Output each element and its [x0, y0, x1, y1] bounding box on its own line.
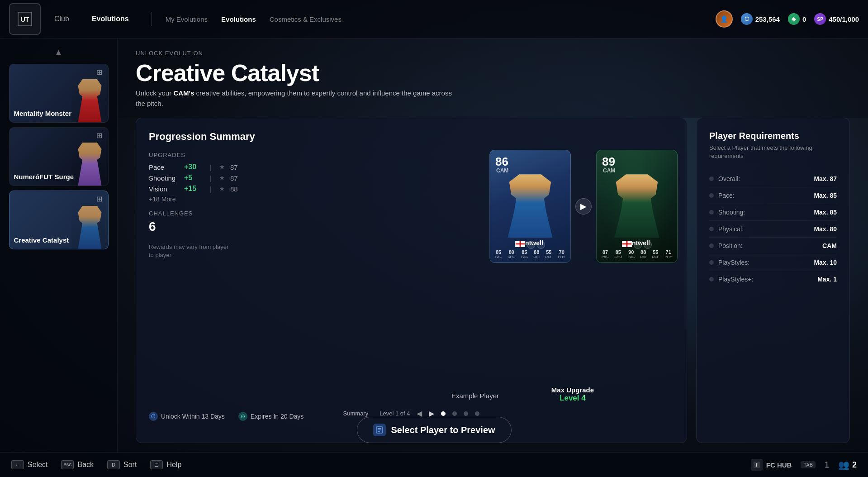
sidebar-card-label-1: Mentality Monster	[14, 110, 72, 118]
sidebar-card-icon-1: ⊞	[96, 68, 104, 76]
max-upgrade-level: Level 4	[551, 394, 594, 403]
select-player-button[interactable]: Select Player to Preview	[356, 417, 511, 443]
upgraded-stat-pas: 90PAS	[628, 249, 635, 259]
base-stats-row: 85PAC 80SHO 85PAS 88DRI 55DEF 70PHY	[492, 249, 568, 259]
base-badge-1	[527, 241, 535, 249]
sidebar-card-player-3	[72, 199, 108, 249]
back-icon: ESC	[61, 460, 74, 469]
progression-title: Progression Summary	[149, 131, 674, 143]
base-card-flags	[515, 241, 545, 249]
req-dot-shooting	[709, 210, 714, 215]
summary-button[interactable]: Summary	[343, 410, 369, 417]
tab-icon: TAB	[801, 461, 816, 468]
base-player-card: 86 CAM Cantwell 85PAC	[489, 150, 571, 263]
svg-text:UT: UT	[21, 16, 29, 23]
svg-rect-9	[377, 428, 381, 429]
currency-shield: ◈ 0	[788, 13, 806, 25]
sub-navigation: My Evolutions Evolutions Cosmetics & Exc…	[166, 15, 342, 23]
example-player-label-container: Example Player	[451, 392, 499, 400]
upgraded-player-card: 89 CAM Cantwell 87PAC	[596, 150, 678, 263]
sidebar-item-numerofut-surge[interactable]: ⊞ NumeróFUT Surge	[9, 127, 109, 186]
sidebar-card-player-1	[72, 72, 108, 122]
next-arrow-button[interactable]: ▶	[575, 198, 592, 215]
content-description: Unlock your CAM's creative abilities, em…	[136, 88, 452, 109]
req-row-position: Position: CAM	[709, 238, 837, 254]
sidebar-card-label-3: Creative Catalyst	[14, 236, 69, 244]
req-title: Player Requirements	[709, 131, 837, 141]
sidebar-card-label-2: NumeróFUT Surge	[14, 173, 74, 181]
nav-right: 👤 ⬡ 253,564 ◈ 0 SP 450/1,000	[716, 10, 859, 28]
upgraded-stat-sho: 85SHO	[614, 249, 622, 259]
base-rating: 86	[495, 156, 508, 167]
upgraded-stat-dri: 88DRI	[640, 249, 646, 259]
requirements-panel: Player Requirements Select a Player that…	[696, 118, 850, 443]
base-stat-sho: 80SHO	[508, 249, 515, 259]
example-player-label: Example Player	[451, 392, 499, 400]
sidebar-card-icon-3: ⊞	[96, 195, 104, 203]
base-stat-def: 55DEF	[545, 249, 552, 259]
select-player-text: Select Player to Preview	[391, 425, 495, 435]
sidebar-item-creative-catalyst[interactable]: ⊞ Creative Catalyst	[9, 191, 109, 249]
sidebar-item-mentality-monster[interactable]: ⊞ Mentality Monster	[9, 64, 109, 123]
upgraded-flag-england	[622, 241, 632, 247]
base-stat-phy: 70PHY	[558, 249, 565, 259]
cam-highlight: CAM's	[173, 89, 194, 97]
svg-rect-11	[377, 431, 379, 432]
level-dot-2	[452, 411, 457, 416]
max-upgrade-title: Max Upgrade	[551, 386, 594, 394]
ut-logo: UT	[9, 3, 41, 35]
panels-row: Progression Summary Upgrades Pace +30 | …	[118, 118, 868, 452]
upgraded-rating: 89	[602, 156, 615, 167]
action-back[interactable]: ESC Back	[61, 460, 94, 469]
nav-club[interactable]: Club	[50, 12, 74, 26]
req-dot-pace	[709, 193, 714, 198]
req-row-shooting: Shooting: Max. 85	[709, 204, 837, 221]
left-sidebar: ▲ ⊞ Mentality Monster ⊞ NumeróFUT Surge …	[0, 38, 118, 452]
action-select[interactable]: ← Select	[11, 460, 47, 469]
bottom-actions: ← Select ESC Back D Sort ☰ Help	[11, 460, 181, 469]
base-stat-pas: 85PAS	[521, 249, 528, 259]
select-player-icon	[373, 424, 385, 436]
req-dot-playstyles-plus	[709, 277, 714, 281]
coins-icon: ⬡	[741, 13, 753, 25]
req-row-physical: Physical: Max. 80	[709, 221, 837, 238]
shield-icon: ◈	[788, 13, 800, 25]
req-dot-playstyles	[709, 260, 714, 265]
upgraded-badge-2	[644, 241, 652, 249]
level-dot-4	[475, 411, 479, 416]
avatar: 👤	[716, 10, 733, 28]
nav-evolutions[interactable]: Evolutions	[87, 12, 133, 26]
req-dot-physical	[709, 227, 714, 231]
help-icon: ☰	[150, 460, 163, 469]
page-number: 1	[825, 460, 829, 470]
subnav-evolutions[interactable]: Evolutions	[221, 15, 256, 23]
action-sort[interactable]: D Sort	[107, 460, 137, 469]
primary-nav: Club Evolutions	[50, 12, 133, 26]
action-help[interactable]: ☰ Help	[150, 460, 181, 469]
req-dot-overall	[709, 176, 714, 181]
sidebar-card-icon-2: ⊞	[96, 131, 104, 139]
progression-panel: Progression Summary Upgrades Pace +30 | …	[136, 118, 687, 443]
req-row-playstyles: PlayStyles: Max. 10	[709, 254, 837, 271]
subnav-my-evolutions[interactable]: My Evolutions	[166, 15, 208, 23]
facebook-icon: f	[751, 459, 763, 471]
base-player-image	[501, 170, 560, 238]
level-text: Level 1 of 4	[379, 410, 410, 417]
upgraded-stat-pac: 87PAC	[602, 249, 609, 259]
base-badge-2	[537, 241, 545, 249]
level-dot-1	[441, 411, 446, 416]
players-icon: 👥	[838, 459, 849, 470]
currency-sp: SP 450/1,000	[814, 13, 859, 25]
bottom-bar: ← Select ESC Back D Sort ☰ Help f FC HUB…	[0, 452, 868, 477]
nav-divider	[152, 12, 152, 26]
max-upgrade-label-container: Max Upgrade Level 4	[551, 386, 594, 403]
select-icon: ←	[11, 460, 24, 469]
subnav-cosmetics[interactable]: Cosmetics & Exclusives	[270, 15, 342, 23]
req-row-overall: Overall: Max. 87	[709, 171, 837, 187]
upgraded-card-flags	[622, 241, 652, 249]
upgraded-stat-def: 55DEF	[652, 249, 659, 259]
svg-rect-10	[377, 429, 381, 430]
flag-england	[515, 241, 525, 247]
page-title: Creative Catalyst	[136, 60, 850, 86]
sidebar-up-arrow[interactable]: ▲	[55, 48, 63, 57]
